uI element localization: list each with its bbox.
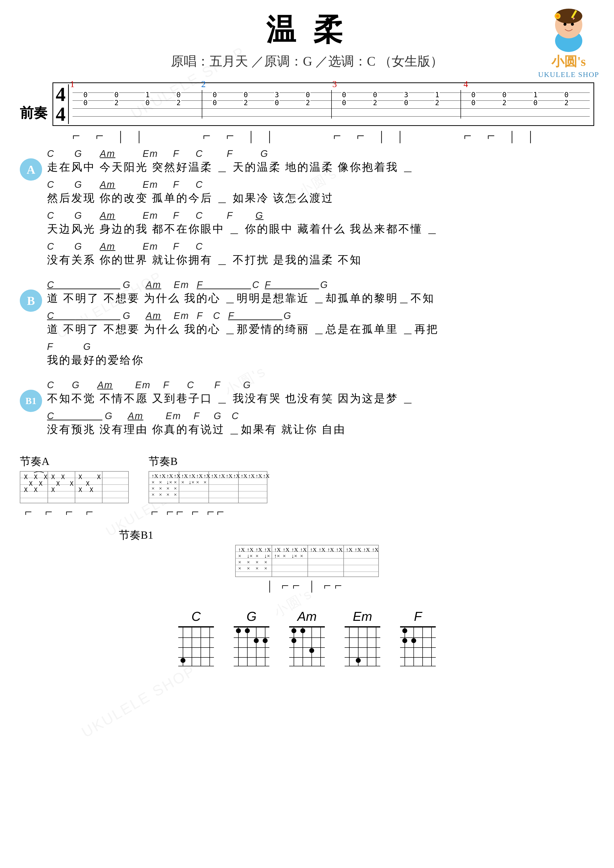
prelude-label: 前奏	[20, 104, 48, 122]
chords-b1: C___________GAmEmF________CF________G	[47, 280, 594, 290]
section-a-label: A	[20, 158, 42, 181]
chord-am-grid	[289, 626, 325, 666]
section-a-line-3: CGAmEmFCFG 天边风光 身边的我 都不在你眼中 ＿ 你的眼中 藏着什么 …	[47, 210, 594, 236]
section-b1-container: B1 CGAmEmFCFG 不知不觉 不情不愿 又到巷子口 ＿ 我没有哭 也没有…	[20, 380, 594, 442]
chord-f-diagram: F	[400, 609, 436, 666]
chord-am-diagram: Am	[289, 609, 325, 666]
chords-a2: CGAmEmFC	[47, 180, 594, 190]
section-b1-line-2: C________GAmEmFGC 没有预兆 没有理由 你真的有说过 ＿如果有 …	[47, 411, 594, 437]
lyrics-b1: 道 不明了 不想要 为什么 我的心 ＿明明是想靠近 ＿却孤单的黎明＿不知	[47, 291, 594, 305]
section-b-line-1: C___________GAmEmF________CF________G 道 …	[47, 280, 594, 305]
chord-g-diagram: G	[234, 609, 269, 666]
subtitle: 原唱：五月天 ／原调：G ／选调：C （女生版）	[20, 53, 594, 70]
chords-a4: CGAmEmFC	[47, 241, 594, 252]
chord-diagrams-section: C G	[20, 609, 594, 666]
rhythm-a-grid: X X X X X X X X X X X X X X X X X	[20, 471, 129, 503]
rhythm-a-strums: ⌐ ⌐ ⌐ ⌐	[20, 503, 103, 520]
section-b-content: C___________GAmEmF________CF________G 道 …	[47, 280, 594, 372]
rhythm-b1-section: 节奏B1 ↑X ↑X ↑X ↑X × ↓× × ↓× × × × × × × ×…	[20, 528, 594, 594]
title-chinese: 温 柔	[20, 10, 594, 50]
chord-f-name: F	[414, 609, 422, 624]
rhythm-b1-label: 节奏B1	[119, 528, 153, 542]
chord-em-name: Em	[353, 609, 372, 624]
measure-4: 4	[462, 79, 594, 89]
section-b1-line-1: CGAmEmFCFG 不知不觉 不情不愿 又到巷子口 ＿ 我没有哭 也没有笑 因…	[47, 380, 594, 406]
tab-notation-section: 前奏 4 4 1 2 3 4	[20, 82, 594, 144]
chord-c-name: C	[191, 609, 201, 624]
rhythm-a-label: 节奏A	[20, 454, 50, 469]
chord-c-diagram: C	[178, 609, 214, 666]
section-a-line-1: CGAmEmFCFG 走在风中 今天阳光 突然好温柔 ＿ 天的温柔 地的温柔 像…	[47, 149, 594, 174]
section-a-container: A CGAmEmFCFG 走在风中 今天阳光 突然好温柔 ＿ 天的温柔 地的温柔…	[20, 149, 594, 272]
section-b-label: B	[20, 290, 42, 312]
lyrics-b3: 我的最好的爱给你	[47, 353, 594, 367]
chord-am-name: Am	[297, 609, 317, 624]
section-b-line-3: FG 我的最好的爱给你	[47, 341, 594, 367]
rhythm-b1-strums: | ⌐⌐ | ⌐⌐	[266, 577, 348, 594]
page-header: 温 柔 原唱：五月天 ／原调：G ／选调：C （女生版）	[20, 10, 594, 70]
measure-3: 3	[331, 79, 462, 89]
chords-b3: FG	[47, 341, 594, 352]
section-a-line-2: CGAmEmFC 然后发现 你的改变 孤单的今后 ＿ 如果冷 该怎么渡过	[47, 180, 594, 205]
rhythm-b-label: 节奏B	[149, 454, 177, 469]
time-signature: 4 4	[53, 84, 69, 124]
chords-b2: C___________GAmEmFCF________G	[47, 310, 594, 321]
chord-em-diagram: Em	[345, 609, 380, 666]
section-a-line-4: CGAmEmFC 没有关系 你的世界 就让你拥有 ＿ 不打扰 是我的温柔 不知	[47, 241, 594, 267]
tie-arc	[20, 471, 128, 503]
strum-pattern-row: ⌐ ⌐ | | ⌐ ⌐ | | ⌐ ⌐ | | ⌐ ⌐ | |	[53, 126, 594, 144]
measure-1: 1	[69, 79, 200, 89]
chords-a1: CGAmEmFCFG	[47, 149, 594, 159]
chords-b1-1: CGAmEmFCFG	[47, 380, 594, 391]
lyrics-b2: 道 不明了 不想要 为什么 我的心 ＿那爱情的绮丽 ＿总是在孤单里 ＿再把	[47, 322, 594, 336]
lyrics-b1-2: 没有预兆 没有理由 你真的有说过 ＿如果有 就让你 自由	[47, 422, 594, 437]
chords-b1-2: C________GAmEmFGC	[47, 411, 594, 422]
rhythm-b-grid: ↑X ↑X ↑X ↑X × × ↓× × × × × × × × × × ↑X …	[149, 471, 267, 503]
chords-a3: CGAmEmFCFG	[47, 210, 594, 221]
rhythm-b1-grid: ↑X ↑X ↑X ↑X × ↓× × ↓× × × × × × × × × ↑X…	[235, 545, 379, 577]
chord-f-grid	[400, 626, 436, 666]
section-b-container: B C___________GAmEmF________CF________G …	[20, 280, 594, 372]
chord-em-grid	[345, 626, 380, 666]
rhythm-a-block: 节奏A X X X X X X X X X X X X X	[20, 454, 129, 520]
tab-strings: 0 0 1 0 0 2 0 2 0 0 3 0 0	[73, 90, 590, 119]
rhythm-section: 节奏A X X X X X X X X X X X X X	[20, 454, 594, 520]
chord-c-grid	[178, 626, 214, 666]
lyrics-a1: 走在风中 今天阳光 突然好温柔 ＿ 天的温柔 地的温柔 像你抱着我 ＿	[47, 160, 594, 174]
lyrics-a3: 天边风光 身边的我 都不在你眼中 ＿ 你的眼中 藏着什么 我丛来都不懂 ＿	[47, 222, 594, 236]
lyrics-a2: 然后发现 你的改变 孤单的今后 ＿ 如果冷 该怎么渡过	[47, 191, 594, 205]
lyrics-b1-1: 不知不觉 不情不愿 又到巷子口 ＿ 我没有哭 也没有笑 因为这是梦 ＿	[47, 391, 594, 406]
rhythm-b-strums: ⌐ ⌐⌐ ⌐ ⌐⌐	[149, 503, 229, 520]
measure-2: 2	[200, 79, 331, 89]
chord-g-grid	[234, 626, 269, 666]
section-b1-content: CGAmEmFCFG 不知不觉 不情不愿 又到巷子口 ＿ 我没有哭 也没有笑 因…	[47, 380, 594, 442]
section-b1-label: B1	[20, 390, 42, 412]
chord-g-name: G	[247, 609, 256, 624]
logo-shop: UKULELE SHOP	[538, 70, 599, 79]
section-b-line-2: C___________GAmEmFCF________G 道 不明了 不想要 …	[47, 310, 594, 336]
rhythm-b-block: 节奏B ↑X ↑X ↑X ↑X × × ↓× × × × × × × × ×	[149, 454, 267, 520]
lyrics-a4: 没有关系 你的世界 就让你拥有 ＿ 不打扰 是我的温柔 不知	[47, 253, 594, 267]
section-a-content: CGAmEmFCFG 走在风中 今天阳光 突然好温柔 ＿ 天的温柔 地的温柔 像…	[47, 149, 594, 272]
